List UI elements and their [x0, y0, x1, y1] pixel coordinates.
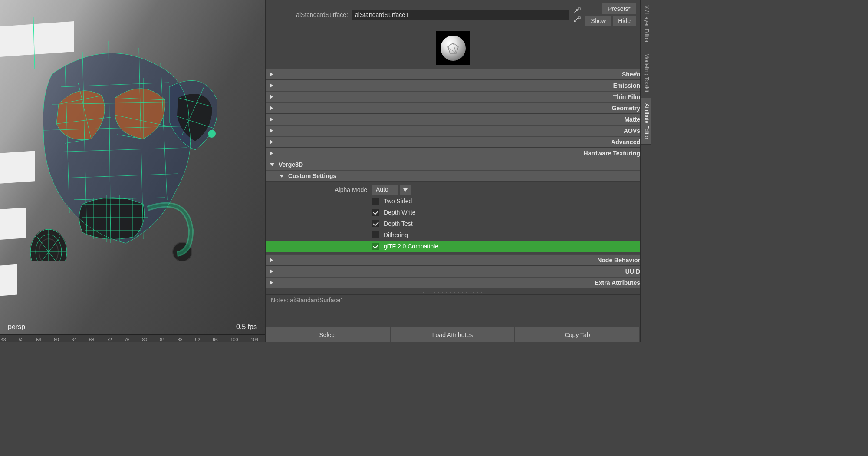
right-panel: aiStandardSurface: Presets* Show Hide — [265, 0, 651, 342]
focus-in-icon[interactable] — [572, 7, 582, 14]
section-custom-settings[interactable]: Custom Settings — [266, 170, 640, 182]
section-label: Advanced — [611, 139, 640, 145]
section-advanced[interactable]: Advanced — [266, 136, 640, 148]
checkbox-icon[interactable] — [372, 220, 379, 227]
svg-rect-42 — [578, 17, 580, 19]
section-node-behavior[interactable]: Node Behavior — [266, 254, 640, 266]
viewport-footer: persp 0.5 fps — [0, 323, 265, 331]
show-button[interactable]: Show — [585, 16, 611, 26]
tick: 84 — [160, 337, 165, 342]
tick: 52 — [19, 337, 24, 342]
tick: 80 — [142, 337, 148, 342]
section-label: Geometry — [612, 105, 640, 112]
tick: 68 — [89, 337, 94, 342]
field-depth-write[interactable]: Depth Write — [266, 207, 640, 218]
section-extra-attributes[interactable]: Extra Attributes — [266, 277, 640, 288]
checkbox-label: glTF 2.0 Compatible — [384, 243, 438, 250]
notes-label: Notes: aiStandardSurface1 — [266, 294, 640, 305]
section-aovs[interactable]: AOVs — [266, 125, 640, 136]
section-geometry[interactable]: Geometry — [266, 102, 640, 114]
tab-modeling-toolkit[interactable]: Modeling Toolkit — [641, 48, 651, 98]
viewport-panel: persp 0.5 fps 48 52 56 60 64 68 72 76 80… — [0, 0, 265, 342]
section-thin-film[interactable]: Thin Film — [266, 91, 640, 102]
tick: 100 — [230, 337, 238, 342]
node-type-label: aiStandardSurface: — [270, 11, 348, 18]
tick: 88 — [178, 337, 183, 342]
attribute-editor: aiStandardSurface: Presets* Show Hide — [265, 0, 640, 342]
field-alpha-mode: Alpha Mode Auto — [266, 184, 640, 195]
svg-rect-41 — [578, 8, 580, 10]
tick: 76 — [125, 337, 130, 342]
tick: 56 — [36, 337, 41, 342]
field-depth-test[interactable]: Depth Test — [266, 218, 640, 229]
select-button[interactable]: Select — [266, 327, 391, 342]
scroll-up-icon[interactable]: ▲ — [634, 69, 639, 76]
node-name-field[interactable] — [352, 10, 569, 20]
section-label: Node Behavior — [597, 257, 640, 264]
resize-grip-icon[interactable]: : : : : : : : : : : : : : : : : — [266, 288, 640, 294]
section-label: Emission — [613, 82, 640, 89]
section-sheen[interactable]: Sheen — [266, 69, 640, 80]
focus-out-icon[interactable] — [572, 15, 582, 23]
section-matte[interactable]: Matte — [266, 114, 640, 125]
checkbox-label: Two Sided — [384, 198, 412, 205]
section-label: Extra Attributes — [595, 279, 640, 286]
field-gltf-compatible[interactable]: glTF 2.0 Compatible — [266, 241, 640, 252]
tick: 48 — [1, 337, 6, 342]
svg-line-0 — [33, 17, 35, 69]
alpha-mode-label: Alpha Mode — [266, 186, 370, 193]
section-hardware-texturing[interactable]: Hardware Texturing — [266, 148, 640, 159]
tab-attribute-editor[interactable]: Attribute Editor — [641, 98, 651, 145]
checkbox-label: Dithering — [384, 231, 408, 238]
svg-point-2 — [208, 130, 216, 138]
section-label: Matte — [624, 116, 640, 123]
checkbox-icon[interactable] — [372, 231, 379, 238]
alpha-mode-dropdown-icon[interactable] — [400, 185, 411, 195]
section-verge3d[interactable]: Verge3D — [266, 159, 640, 170]
viewport-3d[interactable]: persp 0.5 fps — [0, 0, 265, 334]
alpha-mode-select[interactable]: Auto — [372, 185, 398, 195]
bottom-buttons: Select Load Attributes Copy Tab — [266, 327, 640, 342]
tick: 104 — [250, 337, 258, 342]
section-label: Custom Settings — [288, 172, 336, 179]
focus-icons — [572, 7, 582, 23]
section-label: AOVs — [624, 127, 640, 134]
light-stripe — [0, 264, 17, 296]
camera-label: persp — [8, 323, 25, 331]
tick: 60 — [54, 337, 59, 342]
arnold-logo-icon — [447, 42, 460, 55]
attr-header: aiStandardSurface: Presets* Show Hide — [266, 0, 640, 69]
hide-button[interactable]: Hide — [613, 16, 636, 26]
tick: 96 — [213, 337, 218, 342]
tick: 64 — [72, 337, 77, 342]
side-tabs: X / Layer Editor Modeling Toolkit Attrib… — [640, 0, 651, 342]
tick: 92 — [195, 337, 201, 342]
section-emission[interactable]: Emission — [266, 80, 640, 91]
section-label: Verge3D — [279, 161, 303, 168]
tick: 72 — [107, 337, 112, 342]
field-two-sided[interactable]: Two Sided — [266, 195, 640, 207]
fps-label: 0.5 fps — [236, 323, 257, 331]
field-dithering[interactable]: Dithering — [266, 229, 640, 241]
custom-settings-body: Alpha Mode Auto Two Sided Depth Write De… — [266, 182, 640, 254]
checkbox-label: Depth Test — [384, 220, 413, 227]
checkbox-icon[interactable] — [372, 243, 379, 250]
section-label: UUID — [625, 268, 640, 275]
section-label: Thin Film — [613, 93, 640, 100]
timeline-ruler[interactable]: 48 52 56 60 64 68 72 76 80 84 88 92 96 1… — [0, 334, 265, 342]
attr-sections[interactable]: ▲ Sheen Emission Thin Film Geometry Matt… — [266, 69, 640, 327]
load-attributes-button[interactable]: Load Attributes — [391, 327, 516, 342]
checkbox-label: Depth Write — [384, 209, 416, 216]
tab-layer-editor[interactable]: X / Layer Editor — [641, 0, 651, 48]
app-root: persp 0.5 fps 48 52 56 60 64 68 72 76 80… — [0, 0, 651, 342]
material-swatch[interactable] — [436, 31, 470, 65]
checkbox-icon[interactable] — [372, 209, 379, 216]
checkbox-icon[interactable] — [372, 198, 379, 205]
presets-button[interactable]: Presets* — [602, 3, 636, 14]
copy-tab-button[interactable]: Copy Tab — [515, 327, 640, 342]
model-wireframe[interactable] — [17, 17, 217, 261]
section-uuid[interactable]: UUID — [266, 266, 640, 277]
section-label: Hardware Texturing — [584, 150, 640, 157]
